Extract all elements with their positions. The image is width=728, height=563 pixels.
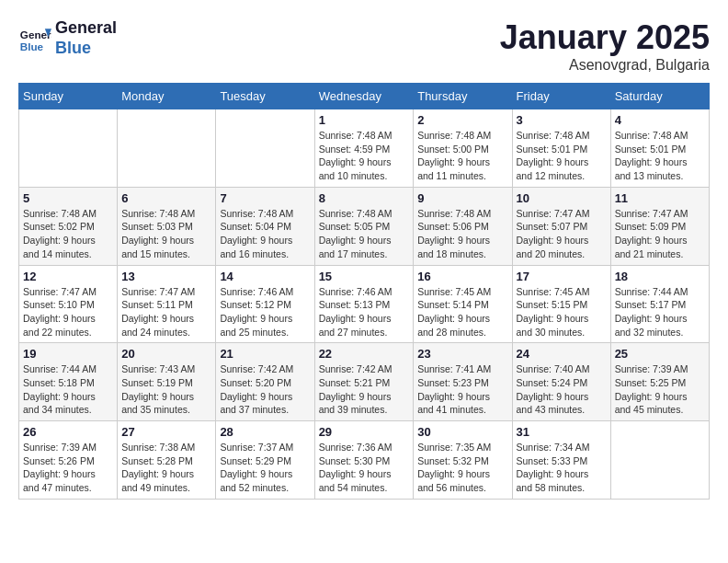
calendar-cell: 31Sunrise: 7:34 AM Sunset: 5:33 PM Dayli… — [512, 421, 610, 500]
calendar-cell: 6Sunrise: 7:48 AM Sunset: 5:03 PM Daylig… — [118, 187, 216, 265]
day-info: Sunrise: 7:45 AM Sunset: 5:14 PM Dayligh… — [417, 285, 507, 339]
calendar-cell: 22Sunrise: 7:42 AM Sunset: 5:21 PM Dayli… — [314, 343, 414, 421]
calendar-cell: 9Sunrise: 7:48 AM Sunset: 5:06 PM Daylig… — [414, 187, 512, 265]
calendar-cell: 11Sunrise: 7:47 AM Sunset: 5:09 PM Dayli… — [610, 187, 709, 265]
month-title: January 2025 — [500, 18, 710, 57]
svg-text:Blue: Blue — [20, 40, 44, 52]
day-info: Sunrise: 7:44 AM Sunset: 5:17 PM Dayligh… — [615, 285, 705, 339]
day-number: 22 — [319, 347, 410, 361]
calendar-cell: 30Sunrise: 7:35 AM Sunset: 5:32 PM Dayli… — [414, 421, 512, 500]
calendar-cell: 21Sunrise: 7:42 AM Sunset: 5:20 PM Dayli… — [216, 343, 314, 421]
day-number: 4 — [615, 113, 705, 127]
day-info: Sunrise: 7:47 AM Sunset: 5:09 PM Dayligh… — [615, 207, 705, 261]
calendar-cell: 8Sunrise: 7:48 AM Sunset: 5:05 PM Daylig… — [314, 187, 414, 265]
location-subtitle: Asenovgrad, Bulgaria — [500, 57, 710, 74]
calendar-cell: 14Sunrise: 7:46 AM Sunset: 5:12 PM Dayli… — [216, 265, 314, 343]
title-block: January 2025 Asenovgrad, Bulgaria — [500, 18, 710, 74]
weekday-header: Saturday — [610, 84, 709, 109]
day-info: Sunrise: 7:46 AM Sunset: 5:12 PM Dayligh… — [220, 285, 310, 339]
calendar-cell: 24Sunrise: 7:40 AM Sunset: 5:24 PM Dayli… — [512, 343, 610, 421]
weekday-header: Thursday — [414, 84, 512, 109]
day-number: 20 — [121, 347, 211, 361]
weekday-header: Monday — [118, 84, 216, 109]
calendar-cell: 16Sunrise: 7:45 AM Sunset: 5:14 PM Dayli… — [414, 265, 512, 343]
day-info: Sunrise: 7:35 AM Sunset: 5:32 PM Dayligh… — [417, 441, 507, 495]
day-number: 9 — [417, 191, 507, 205]
day-number: 8 — [319, 191, 410, 205]
day-number: 23 — [417, 347, 507, 361]
day-number: 7 — [220, 191, 310, 205]
calendar-cell — [19, 109, 118, 188]
day-info: Sunrise: 7:41 AM Sunset: 5:23 PM Dayligh… — [417, 362, 507, 417]
day-info: Sunrise: 7:48 AM Sunset: 5:04 PM Dayligh… — [220, 207, 310, 261]
day-info: Sunrise: 7:48 AM Sunset: 5:06 PM Dayligh… — [417, 207, 507, 261]
day-info: Sunrise: 7:42 AM Sunset: 5:20 PM Dayligh… — [220, 362, 310, 417]
day-number: 5 — [23, 191, 113, 205]
day-number: 28 — [220, 425, 310, 439]
calendar-cell — [216, 109, 314, 188]
calendar-cell: 28Sunrise: 7:37 AM Sunset: 5:29 PM Dayli… — [216, 421, 314, 500]
calendar-cell: 19Sunrise: 7:44 AM Sunset: 5:18 PM Dayli… — [19, 343, 118, 421]
day-info: Sunrise: 7:39 AM Sunset: 5:25 PM Dayligh… — [615, 362, 705, 417]
day-number: 12 — [23, 270, 113, 283]
logo-icon: General Blue — [18, 22, 51, 55]
day-number: 24 — [517, 347, 607, 361]
calendar-cell: 4Sunrise: 7:48 AM Sunset: 5:01 PM Daylig… — [610, 109, 709, 188]
calendar-cell: 29Sunrise: 7:36 AM Sunset: 5:30 PM Dayli… — [314, 421, 414, 500]
calendar-cell: 15Sunrise: 7:46 AM Sunset: 5:13 PM Dayli… — [314, 265, 414, 343]
day-number: 16 — [417, 270, 507, 283]
calendar-cell: 27Sunrise: 7:38 AM Sunset: 5:28 PM Dayli… — [118, 421, 216, 500]
day-number: 29 — [319, 425, 410, 439]
calendar-cell: 3Sunrise: 7:48 AM Sunset: 5:01 PM Daylig… — [512, 109, 610, 188]
calendar-cell: 12Sunrise: 7:47 AM Sunset: 5:10 PM Dayli… — [19, 265, 118, 343]
logo-general: General — [55, 18, 117, 39]
day-info: Sunrise: 7:48 AM Sunset: 5:01 PM Dayligh… — [615, 129, 705, 183]
calendar-cell: 25Sunrise: 7:39 AM Sunset: 5:25 PM Dayli… — [610, 343, 709, 421]
day-number: 2 — [417, 113, 507, 127]
day-info: Sunrise: 7:36 AM Sunset: 5:30 PM Dayligh… — [319, 441, 410, 495]
day-info: Sunrise: 7:43 AM Sunset: 5:19 PM Dayligh… — [121, 362, 211, 417]
day-number: 11 — [615, 191, 705, 205]
day-number: 15 — [319, 270, 410, 283]
day-info: Sunrise: 7:48 AM Sunset: 5:05 PM Dayligh… — [319, 207, 410, 261]
weekday-header: Friday — [512, 84, 610, 109]
weekday-header: Tuesday — [216, 84, 314, 109]
day-info: Sunrise: 7:39 AM Sunset: 5:26 PM Dayligh… — [23, 441, 113, 495]
day-info: Sunrise: 7:47 AM Sunset: 5:10 PM Dayligh… — [23, 285, 113, 339]
calendar-cell: 1Sunrise: 7:48 AM Sunset: 4:59 PM Daylig… — [314, 109, 414, 188]
day-number: 25 — [615, 347, 705, 361]
calendar-cell: 2Sunrise: 7:48 AM Sunset: 5:00 PM Daylig… — [414, 109, 512, 188]
day-number: 19 — [23, 347, 113, 361]
calendar-cell: 17Sunrise: 7:45 AM Sunset: 5:15 PM Dayli… — [512, 265, 610, 343]
calendar-cell: 10Sunrise: 7:47 AM Sunset: 5:07 PM Dayli… — [512, 187, 610, 265]
calendar-cell: 26Sunrise: 7:39 AM Sunset: 5:26 PM Dayli… — [19, 421, 118, 500]
day-info: Sunrise: 7:47 AM Sunset: 5:11 PM Dayligh… — [121, 285, 211, 339]
calendar-cell — [118, 109, 216, 188]
calendar-cell: 20Sunrise: 7:43 AM Sunset: 5:19 PM Dayli… — [118, 343, 216, 421]
day-info: Sunrise: 7:37 AM Sunset: 5:29 PM Dayligh… — [220, 441, 310, 495]
day-number: 6 — [121, 191, 211, 205]
day-info: Sunrise: 7:38 AM Sunset: 5:28 PM Dayligh… — [121, 441, 211, 495]
calendar-cell: 23Sunrise: 7:41 AM Sunset: 5:23 PM Dayli… — [414, 343, 512, 421]
day-info: Sunrise: 7:42 AM Sunset: 5:21 PM Dayligh… — [319, 362, 410, 417]
page-header: General Blue General Blue January 2025 A… — [18, 18, 710, 74]
day-number: 3 — [517, 113, 607, 127]
calendar-cell: 18Sunrise: 7:44 AM Sunset: 5:17 PM Dayli… — [610, 265, 709, 343]
day-number: 21 — [220, 347, 310, 361]
day-info: Sunrise: 7:48 AM Sunset: 4:59 PM Dayligh… — [319, 129, 410, 183]
calendar-table: SundayMondayTuesdayWednesdayThursdayFrid… — [18, 83, 710, 500]
calendar-cell: 5Sunrise: 7:48 AM Sunset: 5:02 PM Daylig… — [19, 187, 118, 265]
calendar-cell — [610, 421, 709, 500]
day-info: Sunrise: 7:47 AM Sunset: 5:07 PM Dayligh… — [517, 207, 607, 261]
day-number: 17 — [517, 270, 607, 283]
day-number: 13 — [121, 270, 211, 283]
day-number: 26 — [23, 425, 113, 439]
calendar-cell: 13Sunrise: 7:47 AM Sunset: 5:11 PM Dayli… — [118, 265, 216, 343]
day-info: Sunrise: 7:48 AM Sunset: 5:02 PM Dayligh… — [23, 207, 113, 261]
day-info: Sunrise: 7:45 AM Sunset: 5:15 PM Dayligh… — [517, 285, 607, 339]
day-number: 1 — [319, 113, 410, 127]
day-info: Sunrise: 7:46 AM Sunset: 5:13 PM Dayligh… — [319, 285, 410, 339]
day-number: 30 — [417, 425, 507, 439]
logo: General Blue General Blue — [18, 18, 117, 58]
day-info: Sunrise: 7:40 AM Sunset: 5:24 PM Dayligh… — [517, 362, 607, 417]
